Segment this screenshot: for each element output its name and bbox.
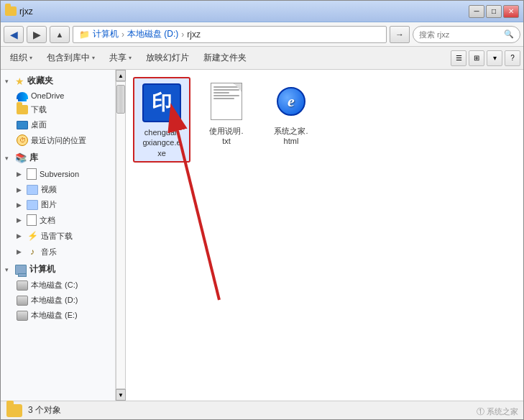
sidebar-header-computer[interactable]: ▾ 计算机 (1, 261, 115, 278)
sidebar-item-desktop[interactable]: 桌面 (1, 117, 115, 132)
maximize-button[interactable]: □ (486, 5, 502, 18)
desktop-icon (17, 121, 28, 129)
sidebar-item-onedrive[interactable]: OneDrive (1, 89, 115, 102)
txt-icon-wrapper (205, 80, 248, 123)
status-bar: 3 个对象 ① 系统之家 (1, 401, 523, 419)
sidebar-item-downloads[interactable]: 下载 (1, 102, 115, 117)
sidebar-item-onedrive-label: OneDrive (31, 91, 64, 100)
computer-icon (15, 265, 27, 275)
libraries-label: 库 (29, 152, 38, 164)
view-icons-button[interactable]: ⊞ (469, 50, 484, 66)
downloads-folder-icon (17, 105, 28, 114)
documents-icon (27, 214, 37, 226)
sidebar-item-recent[interactable]: ⏱ 最近访问的位置 (1, 132, 115, 148)
sidebar-item-thunder[interactable]: ▶ ⚡ 迅雷下载 (1, 228, 115, 244)
back-button[interactable]: ◀ (4, 26, 24, 43)
view-details-button[interactable]: ☰ (451, 50, 466, 66)
breadcrumb-disk-d[interactable]: 本地磁盘 (D:) (127, 28, 178, 40)
sidebar-item-disk-e-label: 本地磁盘 (E:) (31, 310, 78, 321)
file-item-html[interactable]: e 系统之家.html (262, 77, 320, 163)
organize-button[interactable]: 组织 ▾ (4, 49, 39, 68)
sidebar-section-libraries: ▾ 📚 库 ▶ Subversion ▶ 视频 ▶ 图片 (1, 150, 115, 260)
scroll-down-button[interactable]: ▼ (116, 389, 126, 401)
go-button[interactable]: → (390, 26, 410, 43)
include-in-library-button[interactable]: 包含到库中 ▾ (40, 49, 101, 68)
help-button[interactable]: ? (505, 50, 520, 66)
search-box: 🔍 (413, 26, 520, 43)
slideshow-button[interactable]: 放映幻灯片 (139, 49, 196, 68)
pictures-expand-icon: ▶ (17, 201, 24, 209)
file-item-txt[interactable]: 使用说明.txt (198, 77, 255, 163)
html-icon-wrapper: e (270, 80, 313, 123)
sidebar-scrollbar[interactable]: ▲ ▼ (116, 70, 126, 401)
breadcrumb-current: rjxz (187, 29, 201, 40)
sidebar-item-disk-d[interactable]: 本地磁盘 (D:) (1, 293, 115, 308)
disk-e-icon (17, 311, 28, 321)
sidebar-item-videos[interactable]: ▶ 视频 (1, 182, 115, 197)
scroll-up-button[interactable]: ▲ (116, 70, 126, 81)
window-title: rjxz (19, 6, 33, 17)
libraries-icon: 📚 (15, 152, 27, 164)
sidebar-item-documents-label: 文档 (40, 215, 55, 226)
breadcrumb-sep-1: › (121, 29, 124, 40)
sidebar-header-favorites[interactable]: ▾ ★ 收藏夹 (1, 73, 115, 89)
ie-globe: e (277, 87, 305, 116)
sidebar-section-computer: ▾ 计算机 本地磁盘 (C:) 本地磁盘 (D:) 本地磁盘 (E:) (1, 261, 115, 323)
disk-c-icon (17, 280, 28, 291)
toolbar-right: ☰ ⊞ ▾ ? (451, 50, 520, 66)
share-button[interactable]: 共享 ▾ (103, 49, 138, 68)
title-bar-controls: ─ □ ✕ (469, 5, 519, 18)
new-folder-button[interactable]: 新建文件夹 (197, 49, 253, 68)
breadcrumb-sep-2: › (181, 29, 184, 40)
sidebar-item-recent-label: 最近访问的位置 (31, 135, 86, 146)
subversion-icon (27, 168, 37, 180)
onedrive-icon (17, 92, 28, 99)
forward-button[interactable]: ▶ (27, 26, 47, 43)
computer-expand-icon: ▾ (5, 266, 12, 273)
music-expand-icon: ▶ (17, 248, 24, 255)
favorites-expand-icon: ▾ (5, 78, 12, 85)
breadcrumb-icon: 📁 (79, 29, 90, 40)
window: rjxz ─ □ ✕ ◀ ▶ ▲ 📁 计算机 › 本地磁盘 (D:) › rjx… (0, 0, 524, 420)
disk-d-icon (17, 296, 28, 306)
sidebar-item-music[interactable]: ▶ ♪ 音乐 (1, 244, 115, 260)
close-button[interactable]: ✕ (503, 5, 519, 18)
up-button[interactable]: ▲ (50, 26, 70, 43)
minimize-button[interactable]: ─ (469, 5, 484, 18)
sidebar-item-downloads-label: 下载 (31, 104, 47, 115)
status-count: 3 个对象 (28, 404, 61, 416)
file-item-exe[interactable]: 印 chenguangxiangce.exe (133, 77, 190, 163)
file-area: 印 chenguangxiangce.exe 使用说明.txt (126, 70, 523, 401)
thunder-expand-icon: ▶ (17, 232, 24, 239)
videos-icon (27, 185, 38, 195)
view-toggle-button[interactable]: ▾ (487, 50, 502, 66)
computer-label: 计算机 (29, 263, 55, 275)
title-bar: rjxz ─ □ ✕ (1, 1, 523, 22)
sidebar-item-pictures-label: 图片 (41, 199, 57, 210)
favorites-icon: ★ (15, 76, 24, 87)
sidebar-item-music-label: 音乐 (41, 247, 57, 257)
txt-icon (211, 83, 242, 120)
html-icon: e (274, 84, 308, 119)
txt-file-label: 使用说明.txt (209, 126, 243, 147)
sidebar-item-documents[interactable]: ▶ 文档 (1, 212, 115, 228)
recent-icon: ⏱ (17, 134, 28, 146)
breadcrumb-computer[interactable]: 计算机 (93, 28, 119, 40)
sidebar-item-pictures[interactable]: ▶ 图片 (1, 197, 115, 212)
sidebar-item-disk-e[interactable]: 本地磁盘 (E:) (1, 308, 115, 323)
window-folder-icon (5, 6, 17, 16)
sidebar-item-disk-c[interactable]: 本地磁盘 (C:) (1, 278, 115, 293)
videos-expand-icon: ▶ (17, 186, 24, 193)
sidebar-item-disk-d-label: 本地磁盘 (D:) (31, 295, 78, 306)
libraries-expand-icon: ▾ (5, 155, 12, 162)
sidebar-header-libraries[interactable]: ▾ 📚 库 (1, 150, 115, 166)
sidebar-item-thunder-label: 迅雷下载 (41, 231, 73, 242)
sidebar-item-subversion[interactable]: ▶ Subversion (1, 166, 115, 182)
address-bar: ◀ ▶ ▲ 📁 计算机 › 本地磁盘 (D:) › rjxz → 🔍 (1, 22, 523, 47)
exe-file-label: chenguangxiangce.exe (142, 127, 180, 158)
breadcrumb: 📁 计算机 › 本地磁盘 (D:) › rjxz (73, 26, 387, 43)
scroll-track[interactable] (116, 81, 126, 389)
search-icon: 🔍 (504, 29, 514, 39)
search-input[interactable] (419, 30, 501, 39)
scroll-thumb[interactable] (116, 85, 125, 114)
